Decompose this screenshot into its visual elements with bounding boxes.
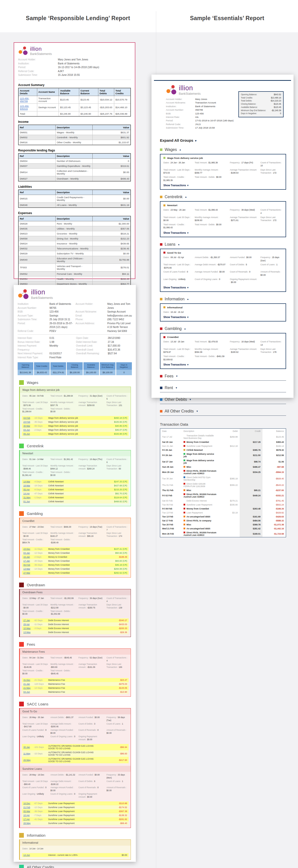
transaction-row: 21 Jan-120 DaysMaintenance Fee-$475.03 <box>22 682 129 686</box>
group-loans-header[interactable]: Loans▲ <box>160 242 286 247</box>
transaction-date-link[interactable]: 14 Apr <box>23 492 34 495</box>
group-fees-header[interactable]: Fees▼ <box>160 374 286 378</box>
transaction-date-link[interactable]: 30 Jan <box>23 746 34 748</box>
transaction-date-link[interactable]: 16 Dec <box>23 802 34 805</box>
summary-row: Available Balance:$123.45 <box>241 106 281 109</box>
show-transactions-button[interactable]: Show Transactions ▼ <box>163 184 283 187</box>
stat-item: Frequency : 39 days (Wed) <box>230 208 257 215</box>
transaction-date-link[interactable]: 26 May <box>23 759 34 761</box>
stat-item: Monthly Average Amount : $359.77 <box>195 168 227 175</box>
transaction-date-link[interactable]: 04 Jun <box>23 691 34 693</box>
stat-item: Frequency : 52 days (Sun) <box>78 656 104 662</box>
account-link[interactable]: 123-456, 945315 <box>19 103 37 111</box>
transaction-date-link[interactable]: 23 Feb <box>23 421 34 423</box>
meta-field-row: Account Holder:Mary Jones and Tom Jones <box>75 302 132 310</box>
stat-item: Count of Transactions : 6 <box>106 458 128 464</box>
account-link[interactable]: Total: <box>19 111 37 116</box>
transaction-date-link[interactable]: 21 Feb <box>23 806 34 809</box>
transaction-date-link[interactable]: 30 Mar <box>23 425 34 427</box>
stat-item: Average Transaction Amount : $95.19 <box>78 532 104 538</box>
transaction-date-link[interactable]: 10 Apr <box>23 814 34 816</box>
transaction-row: 10 Apr-7 DaysSunshine Loan Repayment-$13… <box>22 813 129 817</box>
collapse-arrow-icon: ▲ <box>184 328 186 330</box>
stat-item: Count of Transactions : 7 <box>106 526 128 532</box>
transaction-row: 13 Mar-14 DaysMoney from Crownbet$284.08… <box>22 567 129 571</box>
transaction-date-link[interactable]: 15 Jan <box>23 556 34 558</box>
meta-field-row: Next Interest Payment:01/10/2017 <box>18 351 73 355</box>
account-link[interactable]: 123-456, 456789 <box>19 96 37 103</box>
transaction-date-link[interactable]: 18 Mar <box>23 484 34 487</box>
transaction-date-link[interactable]: 17 Jan <box>23 560 34 562</box>
meta-field-row: Account Type:Savings <box>18 314 73 318</box>
meta-field-row: Period:17-01-2018 to 16-07-2018 (180 day… <box>166 119 248 122</box>
show-transactions-button[interactable]: Show Transactions ▼ <box>163 231 283 234</box>
stat-item: Total Amount - Last 30 Days : -$68.40 <box>22 780 48 786</box>
transaction-date-link[interactable]: 28 May <box>23 822 34 825</box>
transaction-date-link[interactable]: 06 Feb <box>23 564 34 566</box>
illion-logo-icon <box>18 46 28 55</box>
overdrawn-section-icon <box>19 583 24 587</box>
stat-item: Amount Funded : $0.00 <box>230 256 257 262</box>
collapse-arrow-icon: ▲ <box>179 149 181 151</box>
stat-item: Total Amount - Last 30 Days : $0.00 <box>163 216 192 222</box>
section-overdrawn: Overdrawn Overdrawn Fees Dates : 13 May … <box>19 583 131 637</box>
meta-field-row: BSB:123-456 <box>18 310 73 314</box>
transaction-date-link[interactable]: 21 Jan <box>23 683 34 685</box>
transaction-date-link[interactable]: 17 Apr <box>23 818 34 820</box>
group-rent-header[interactable]: Rent▼ <box>160 385 286 390</box>
transaction-date-link[interactable]: 14 Jun <box>23 854 34 856</box>
transaction-date-link[interactable]: 05 Jun <box>23 433 34 435</box>
meta-field-row: Bonus Interest Rate:1.98 <box>18 340 73 344</box>
group-other-debits-header[interactable]: Other Debits▼ <box>160 397 286 402</box>
transaction-data-row: Tue 06 FebSunshine Loan Repayment$335.90… <box>160 503 286 507</box>
column-header: Available Balance <box>59 88 79 96</box>
stat-item: Frequency : 36 days (Sun) <box>78 597 104 603</box>
meta-field-row: Institution:Bank of Statements <box>18 62 131 66</box>
stat-item: Total Amount - Credits : $1,985.39 <box>163 176 192 182</box>
transaction-date-link[interactable]: 03 Jan <box>23 552 34 554</box>
transaction-date-link[interactable]: 13 May <box>23 631 34 633</box>
summary-row: Minimum Day End Balance:-$2,240.39 <box>241 109 281 113</box>
stat-item: Ongoing Repayment Amount : $0.00 <box>78 735 104 741</box>
transaction-date-link[interactable]: 04 Feb <box>23 417 34 419</box>
show-arrow-icon: ▼ <box>187 364 189 366</box>
group-gambling: Gambling▲ CrownBet Dates : 13 Jul - 20 J… <box>160 327 286 369</box>
show-transactions-button[interactable]: Show Transactions ▼ <box>163 286 283 289</box>
transaction-date-link[interactable]: 27 Jan <box>23 619 34 622</box>
stat-item: Total Amount - Last 30 Days : -$146.95 <box>22 663 48 669</box>
group-all-other-credits-header[interactable]: All Other Credits▼ <box>160 409 286 413</box>
transaction-date-link[interactable]: 05 Apr <box>23 488 34 491</box>
transaction-date-link[interactable]: 23 Dec <box>23 548 34 550</box>
expand-all-groups-button[interactable]: Expand All Groups ▼ <box>160 138 286 143</box>
stat-item: Average Transaction Amount : -$250.75 <box>78 603 104 610</box>
collapse-arrow-icon: ▲ <box>187 298 189 300</box>
stat-item: Total Amount - Last 30 Days : $588.46 <box>22 464 48 470</box>
transaction-date-link[interactable]: 10 May <box>23 627 34 629</box>
show-transactions-button[interactable]: Show Transactions ▼ <box>163 316 283 318</box>
section-all-other-credits: All Other Credits Other Credits Dates : … <box>19 865 131 868</box>
transaction-date-link[interactable]: 14 Mar <box>23 480 34 483</box>
group-centrelink-header[interactable]: Centrelink▲ <box>160 195 286 199</box>
transaction-date-link[interactable]: 01 Jun <box>23 500 34 503</box>
meta-field-row: Account Address:Proviso Pty Ltd Level 4 … <box>75 321 132 333</box>
transaction-date-link[interactable]: 11 May <box>23 752 34 755</box>
transaction-date-link[interactable]: 29 Apr <box>23 623 34 626</box>
fees-group-icon <box>160 375 162 377</box>
subgroup-title: Wage from delivery service job <box>20 387 131 393</box>
transaction-data-row: Tue 20 FebMisc$369.78-$1,072.38 <box>160 523 286 527</box>
group-gambling-header[interactable]: Gambling▲ <box>160 327 286 331</box>
transaction-date-link[interactable]: 31 Dec <box>23 679 34 681</box>
section-sacc-loans: SACC Loans Good To Go Dates : 26 May - 3… <box>19 702 131 828</box>
category-icon <box>184 520 185 521</box>
transaction-row: 13 MayDebit Excess Interest-$29.36 <box>22 630 129 634</box>
transaction-date-link[interactable]: 31 May <box>23 496 34 499</box>
category-icon <box>184 476 185 478</box>
group-information-header[interactable]: Information▲ <box>160 297 286 301</box>
transaction-date-link[interactable]: 05 Mar <box>23 810 34 812</box>
group-wages-header[interactable]: Wages▲ <box>160 148 286 152</box>
transaction-date-link[interactable]: 21 May <box>23 687 34 689</box>
transaction-date-link[interactable]: 13 Mar <box>23 568 34 570</box>
show-transactions-button[interactable]: Show Transactions ▼ <box>163 363 283 366</box>
transaction-date-link[interactable]: 03 Jun <box>23 429 34 431</box>
transaction-date-link[interactable]: 27 Mar <box>23 571 34 574</box>
